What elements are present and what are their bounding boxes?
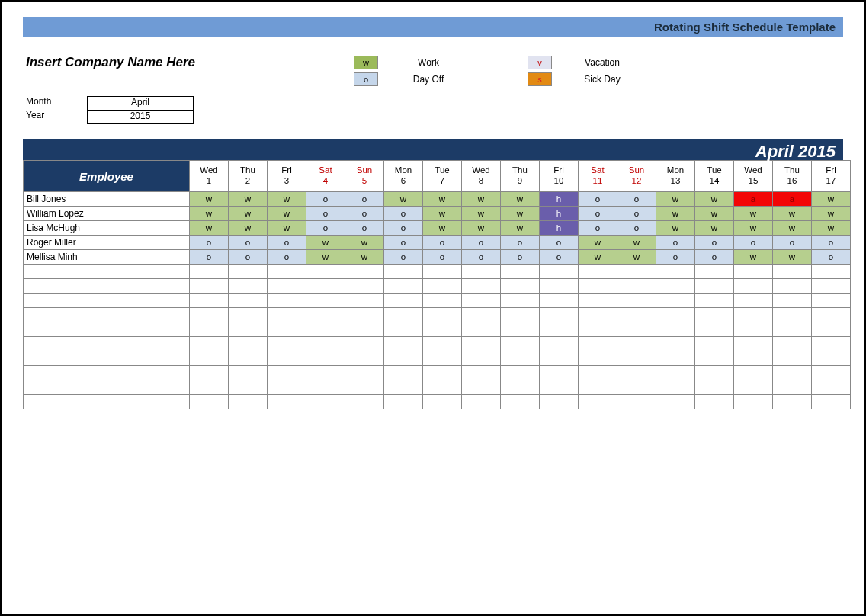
- shift-cell[interactable]: [734, 279, 773, 294]
- shift-cell[interactable]: [617, 337, 656, 351]
- shift-cell[interactable]: [306, 322, 345, 337]
- shift-cell[interactable]: [695, 308, 734, 322]
- shift-cell[interactable]: o: [306, 192, 345, 207]
- employee-name-cell[interactable]: [24, 380, 190, 395]
- shift-cell[interactable]: w: [345, 250, 384, 265]
- shift-cell[interactable]: [345, 366, 384, 380]
- shift-cell[interactable]: [812, 366, 851, 380]
- shift-cell[interactable]: [773, 294, 812, 308]
- shift-cell[interactable]: [540, 265, 579, 279]
- shift-cell[interactable]: o: [617, 221, 656, 236]
- shift-cell[interactable]: [773, 395, 812, 409]
- shift-cell[interactable]: [384, 351, 423, 366]
- shift-cell[interactable]: [501, 366, 540, 380]
- shift-cell[interactable]: [229, 322, 268, 337]
- shift-cell[interactable]: [345, 380, 384, 395]
- shift-cell[interactable]: [540, 322, 579, 337]
- shift-cell[interactable]: [773, 308, 812, 322]
- shift-cell[interactable]: [579, 366, 617, 380]
- shift-cell[interactable]: [773, 351, 812, 366]
- shift-cell[interactable]: w: [306, 250, 345, 265]
- shift-cell[interactable]: [501, 279, 540, 294]
- shift-cell[interactable]: [190, 294, 229, 308]
- shift-cell[interactable]: [345, 337, 384, 351]
- shift-cell[interactable]: [579, 294, 617, 308]
- shift-cell[interactable]: [462, 351, 501, 366]
- shift-cell[interactable]: o: [190, 250, 229, 265]
- shift-cell[interactable]: [773, 366, 812, 380]
- shift-cell[interactable]: [656, 380, 695, 395]
- employee-name-cell[interactable]: Lisa McHugh: [24, 221, 190, 236]
- shift-cell[interactable]: o: [229, 236, 268, 250]
- shift-cell[interactable]: [501, 265, 540, 279]
- shift-cell[interactable]: w: [695, 192, 734, 207]
- shift-cell[interactable]: w: [812, 207, 851, 221]
- shift-cell[interactable]: [229, 265, 268, 279]
- shift-cell[interactable]: [268, 380, 306, 395]
- shift-cell[interactable]: [617, 294, 656, 308]
- shift-cell[interactable]: [695, 279, 734, 294]
- shift-cell[interactable]: a: [773, 192, 812, 207]
- shift-cell[interactable]: o: [501, 250, 540, 265]
- shift-cell[interactable]: o: [540, 236, 579, 250]
- shift-cell[interactable]: w: [462, 221, 501, 236]
- shift-cell[interactable]: [540, 366, 579, 380]
- shift-cell[interactable]: [540, 351, 579, 366]
- shift-cell[interactable]: [579, 322, 617, 337]
- shift-cell[interactable]: w: [423, 221, 462, 236]
- shift-cell[interactable]: [617, 366, 656, 380]
- shift-cell[interactable]: w: [773, 250, 812, 265]
- shift-cell[interactable]: o: [229, 250, 268, 265]
- shift-cell[interactable]: o: [812, 250, 851, 265]
- shift-cell[interactable]: [812, 337, 851, 351]
- shift-cell[interactable]: [540, 294, 579, 308]
- employee-name-cell[interactable]: [24, 395, 190, 409]
- shift-cell[interactable]: w: [773, 221, 812, 236]
- shift-cell[interactable]: w: [501, 221, 540, 236]
- month-value[interactable]: April: [87, 96, 194, 110]
- shift-cell[interactable]: [656, 337, 695, 351]
- shift-cell[interactable]: [501, 337, 540, 351]
- shift-cell[interactable]: w: [268, 207, 306, 221]
- shift-cell[interactable]: o: [617, 192, 656, 207]
- shift-cell[interactable]: [812, 322, 851, 337]
- shift-cell[interactable]: o: [462, 250, 501, 265]
- shift-cell[interactable]: [773, 322, 812, 337]
- shift-cell[interactable]: o: [540, 250, 579, 265]
- shift-cell[interactable]: [462, 380, 501, 395]
- employee-name-cell[interactable]: [24, 265, 190, 279]
- shift-cell[interactable]: [306, 395, 345, 409]
- shift-cell[interactable]: o: [190, 236, 229, 250]
- shift-cell[interactable]: w: [423, 192, 462, 207]
- shift-cell[interactable]: [423, 322, 462, 337]
- shift-cell[interactable]: o: [501, 236, 540, 250]
- shift-cell[interactable]: [579, 395, 617, 409]
- shift-cell[interactable]: [268, 366, 306, 380]
- shift-cell[interactable]: a: [734, 192, 773, 207]
- shift-cell[interactable]: [540, 308, 579, 322]
- shift-cell[interactable]: o: [345, 192, 384, 207]
- shift-cell[interactable]: [501, 294, 540, 308]
- shift-cell[interactable]: w: [734, 250, 773, 265]
- shift-cell[interactable]: [190, 279, 229, 294]
- employee-name-cell[interactable]: [24, 337, 190, 351]
- shift-cell[interactable]: [540, 380, 579, 395]
- shift-cell[interactable]: [268, 265, 306, 279]
- shift-cell[interactable]: w: [695, 221, 734, 236]
- shift-cell[interactable]: w: [812, 192, 851, 207]
- shift-cell[interactable]: [345, 351, 384, 366]
- shift-cell[interactable]: [345, 308, 384, 322]
- shift-cell[interactable]: [306, 308, 345, 322]
- year-value[interactable]: 2015: [87, 110, 194, 124]
- shift-cell[interactable]: o: [773, 236, 812, 250]
- shift-cell[interactable]: [734, 294, 773, 308]
- shift-cell[interactable]: w: [656, 221, 695, 236]
- shift-cell[interactable]: [812, 279, 851, 294]
- employee-name-cell[interactable]: [24, 366, 190, 380]
- shift-cell[interactable]: w: [462, 207, 501, 221]
- shift-cell[interactable]: [773, 337, 812, 351]
- shift-cell[interactable]: w: [268, 221, 306, 236]
- shift-cell[interactable]: [734, 265, 773, 279]
- shift-cell[interactable]: [579, 279, 617, 294]
- shift-cell[interactable]: [540, 395, 579, 409]
